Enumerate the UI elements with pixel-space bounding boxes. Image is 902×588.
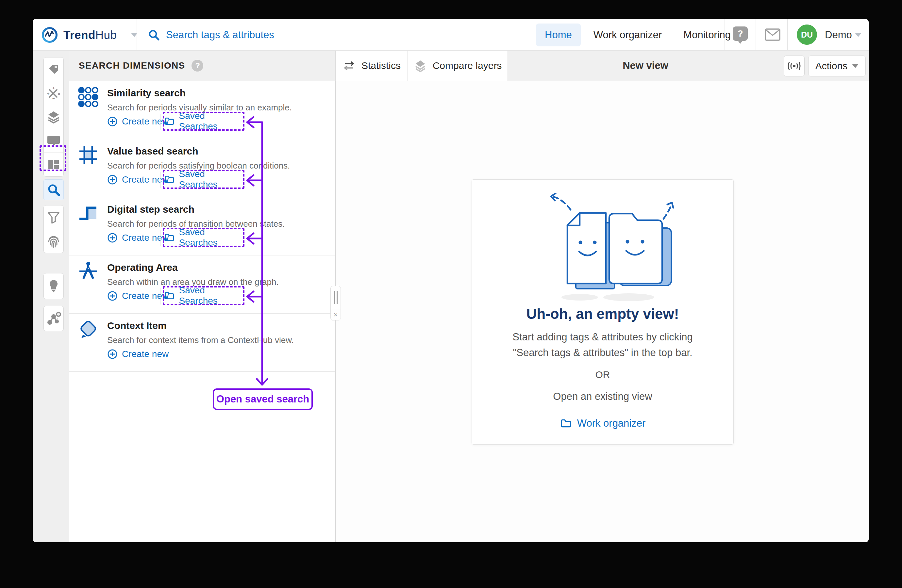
create-new-link[interactable]: Create new [107, 170, 169, 189]
swap-arrows-icon [343, 61, 355, 71]
svg-text:−: − [52, 96, 55, 100]
main-content: Uh-oh, an empty view! Start adding tags … [336, 81, 869, 542]
illustration-shadows [531, 292, 675, 304]
plus-circle-icon [107, 291, 117, 301]
empty-state-body: Start adding tags & attributes by clicki… [495, 329, 711, 361]
search-icon [148, 29, 160, 41]
rail-tags-button[interactable] [44, 57, 64, 81]
nav-tab-work-organizer[interactable]: Work organizer [585, 23, 671, 46]
app-window: TrendHub Search tags & attributes Home W… [33, 19, 869, 542]
broadcast-icon [787, 61, 801, 72]
node-graph-icon [46, 311, 61, 326]
tab-compare-layers[interactable]: Compare layers [408, 51, 508, 81]
item-description: Search for context items from a ContextH… [107, 335, 294, 345]
or-label: OR [595, 369, 610, 380]
brand-name: TrendHub [63, 28, 117, 42]
rail-comments-button[interactable] [44, 129, 64, 153]
layers-icon [47, 110, 61, 124]
annotation-open-saved-search: Open saved search [213, 388, 313, 410]
nav-tab-home[interactable]: Home [536, 23, 581, 46]
panel-resize-handle[interactable] [330, 286, 341, 310]
rail-insights-button[interactable] [44, 273, 64, 299]
list-item-value-based-search[interactable]: Value based search Search for periods sa… [69, 139, 335, 197]
actions-button[interactable]: Actions [808, 56, 866, 77]
user-name[interactable]: Demo [825, 19, 852, 51]
rail-fingerprint-button[interactable] [44, 229, 64, 253]
item-title: Context Item [107, 320, 167, 331]
or-divider: OR [488, 369, 718, 380]
mail-icon [764, 27, 781, 42]
rail-dashboard-button[interactable] [44, 153, 64, 177]
user-menu-chevron-down-icon[interactable] [855, 33, 861, 37]
empty-state-title: Uh-oh, an empty view! [472, 306, 733, 322]
open-existing-text: Open an existing view [472, 391, 733, 402]
lightbulb-icon [48, 279, 60, 293]
plus-circle-icon [107, 233, 117, 243]
empty-state-card: Uh-oh, an empty view! Start adding tags … [471, 179, 734, 444]
saved-searches-link[interactable]: Saved Searches [163, 286, 244, 305]
list-item-similarity-search[interactable]: Similarity search Search for periods vis… [69, 81, 335, 139]
svg-text:×: × [58, 92, 60, 96]
rail-layers-button[interactable] [44, 105, 64, 129]
work-organizer-link[interactable]: Work organizer [560, 418, 646, 429]
view-toolbar: SEARCH DIMENSIONS ? Statistics Compare l… [69, 51, 869, 81]
rail-context-graph-button[interactable] [44, 306, 64, 331]
item-title: Operating Area [107, 262, 178, 273]
live-mode-button[interactable] [784, 56, 805, 77]
divider [136, 19, 137, 51]
list-item-context-item[interactable]: Context Item Search for context items fr… [69, 314, 335, 372]
saved-searches-link[interactable]: Saved Searches [163, 170, 244, 189]
search-placeholder: Search tags & attributes [166, 29, 274, 41]
messages-button[interactable] [764, 27, 781, 43]
svg-text:+: + [52, 86, 55, 91]
item-title: Value based search [107, 146, 198, 157]
help-icon: ? [733, 27, 748, 41]
create-new-link[interactable]: Create new [107, 287, 169, 305]
saved-searches-link[interactable]: Saved Searches [163, 112, 244, 131]
tab-statistics[interactable]: Statistics [335, 51, 408, 81]
divider [756, 19, 756, 51]
search-input[interactable]: Search tags & attributes [148, 19, 274, 51]
rail-filter-button[interactable] [44, 205, 64, 229]
search-icon [47, 183, 61, 197]
create-new-link[interactable]: Create new [107, 229, 169, 247]
tag-icon [47, 63, 60, 76]
fingerprint-icon [47, 234, 61, 248]
saved-searches-link[interactable]: Saved Searches [163, 228, 244, 247]
help-button[interactable]: ? [733, 27, 748, 44]
create-new-link[interactable]: Create new [107, 345, 169, 363]
rail-search-button[interactable] [44, 179, 64, 200]
folder-icon [164, 174, 175, 184]
left-icon-rail: + ÷ − × [33, 51, 69, 542]
layers-icon [414, 59, 427, 72]
panel-collapse-button[interactable]: × [330, 310, 341, 321]
list-item-digital-step-search[interactable]: Digital step search Search for periods o… [69, 197, 335, 255]
panel-header-title: SEARCH DIMENSIONS [79, 61, 185, 71]
panel-help-icon[interactable]: ? [191, 60, 203, 72]
trendhub-logo-icon [41, 27, 58, 44]
nav-tab-monitoring[interactable]: Monitoring [675, 23, 739, 46]
actions-label: Actions [815, 61, 847, 72]
divider [725, 19, 725, 51]
svg-text:÷: ÷ [47, 91, 49, 96]
comment-icon [47, 134, 61, 147]
rail-formulas-button[interactable]: + ÷ − × [44, 81, 64, 105]
user-avatar[interactable]: DU [797, 25, 817, 45]
folder-icon [560, 418, 572, 428]
value-based-search-icon [77, 144, 99, 166]
dashboard-icon [47, 159, 60, 170]
create-new-link[interactable]: Create new [107, 113, 169, 131]
operating-area-icon [77, 261, 99, 282]
view-title: New view [588, 51, 703, 81]
folder-icon [164, 233, 175, 242]
panel-header: SEARCH DIMENSIONS ? [79, 51, 203, 81]
brand-logo[interactable]: TrendHub [41, 19, 138, 51]
list-item-operating-area[interactable]: Operating Area Search within an area you… [69, 255, 335, 314]
empty-view-illustration [531, 193, 675, 291]
search-dimensions-panel: Similarity search Search for periods vis… [69, 81, 336, 542]
divider [787, 19, 788, 51]
tab-statistics-label: Statistics [362, 60, 401, 71]
actions-chevron-down-icon [852, 64, 858, 68]
folder-icon [164, 116, 175, 126]
calculation-icon: + ÷ − × [47, 86, 61, 100]
